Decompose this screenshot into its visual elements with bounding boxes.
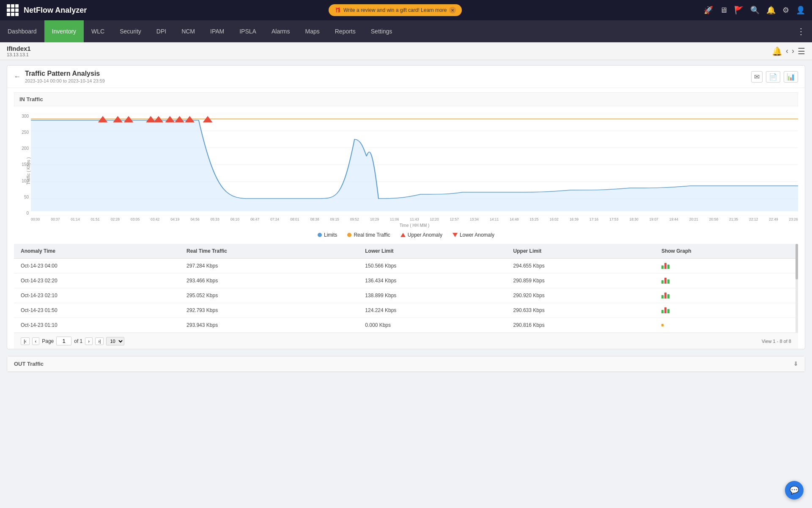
table-body: Oct-14-23 04:00 297.284 Kbps 150.566 Kbp… bbox=[14, 259, 798, 333]
nav-wlc[interactable]: WLC bbox=[84, 20, 112, 42]
email-icon[interactable]: ✉ bbox=[751, 71, 763, 83]
table-row: Oct-14-23 01:10 293.943 Kbps 0.000 Kbps … bbox=[14, 318, 798, 333]
bar-chart-icon-5[interactable] bbox=[661, 324, 791, 326]
settings-icon[interactable]: ⚙ bbox=[782, 6, 789, 15]
last-page-button[interactable]: ›| bbox=[95, 337, 104, 345]
pdf-icon[interactable]: 📄 bbox=[766, 71, 780, 83]
table-scroll-container: Anomaly Time Real Time Traffic Lower Lim… bbox=[14, 244, 798, 333]
prev-page-button[interactable]: ‹ bbox=[32, 337, 40, 345]
section-header-left: ← Traffic Pattern Analysis 2023-10-14 00… bbox=[14, 70, 105, 83]
row3-graph[interactable] bbox=[655, 288, 798, 303]
row4-time: Oct-14-23 01:50 bbox=[14, 303, 180, 318]
bell-icon[interactable]: 🔔 bbox=[766, 6, 776, 15]
row3-upper: 290.920 Kbps bbox=[507, 288, 655, 303]
row4-real: 292.793 Kbps bbox=[180, 303, 358, 318]
top-bar-center: 🎁 Write a review and win a gift card! Le… bbox=[329, 4, 462, 16]
bar-chart-icon-4[interactable] bbox=[661, 307, 791, 313]
col-anomaly-time: Anomaly Time bbox=[14, 244, 180, 259]
x-axis-label: Time ( HH MM ) bbox=[31, 223, 798, 228]
y-0: 0 bbox=[26, 211, 29, 215]
table-header-row: Anomaly Time Real Time Traffic Lower Lim… bbox=[14, 244, 798, 259]
chart-svg bbox=[31, 114, 798, 215]
top-bar: NetFlow Analyzer 🎁 Write a review and wi… bbox=[0, 0, 812, 20]
chart-area: 300 250 200 150 100 50 0 Traffic ( Kbps … bbox=[14, 110, 798, 228]
row4-graph[interactable] bbox=[655, 303, 798, 318]
bar-chart-icon-2[interactable] bbox=[661, 278, 791, 284]
row5-lower: 0.000 Kbps bbox=[358, 318, 506, 333]
nav-security[interactable]: Security bbox=[112, 20, 149, 42]
main-content: ← Traffic Pattern Analysis 2023-10-14 00… bbox=[0, 60, 812, 508]
gift-icon: 🎁 bbox=[335, 7, 341, 13]
nav-settings[interactable]: Settings bbox=[363, 20, 400, 42]
out-traffic-section: OUT Traffic ⇓ bbox=[7, 356, 805, 372]
pagination-controls: |‹ ‹ Page of 1 › ›| 10 25 50 bbox=[21, 337, 124, 345]
section-date: 2023-10-14 00:00 to 2023-10-14 23:59 bbox=[25, 78, 105, 83]
row1-time: Oct-14-23 04:00 bbox=[14, 259, 180, 273]
nav-inventory[interactable]: Inventory bbox=[44, 20, 84, 42]
nav-ipsla[interactable]: IPSLA bbox=[232, 20, 264, 42]
prev-icon[interactable]: ‹ bbox=[786, 47, 788, 55]
nav-ipam[interactable]: IPAM bbox=[203, 20, 232, 42]
row2-lower: 136.434 Kbps bbox=[358, 273, 506, 288]
row5-graph[interactable] bbox=[655, 318, 798, 333]
row2-graph[interactable] bbox=[655, 273, 798, 288]
col-show-graph: Show Graph bbox=[655, 244, 798, 259]
legend-realtime: Real time Traffic bbox=[347, 232, 390, 238]
next-icon[interactable]: › bbox=[792, 47, 794, 55]
first-page-button[interactable]: |‹ bbox=[21, 337, 30, 345]
nav-dpi[interactable]: DPI bbox=[149, 20, 174, 42]
y-250: 250 bbox=[22, 130, 29, 135]
flag-icon[interactable]: 🚩 bbox=[734, 6, 743, 15]
nav-ncm[interactable]: NCM bbox=[174, 20, 203, 42]
back-button[interactable]: ← bbox=[14, 73, 21, 80]
nav-more-button[interactable]: ⋮ bbox=[790, 26, 812, 36]
nav-alarms[interactable]: Alarms bbox=[264, 20, 298, 42]
page-label: Page bbox=[42, 338, 54, 344]
table-row: Oct-14-23 02:20 293.466 Kbps 136.434 Kbp… bbox=[14, 273, 798, 288]
bar-chart-icon-3[interactable] bbox=[661, 293, 791, 298]
out-header-icon[interactable]: ⇓ bbox=[793, 361, 798, 367]
review-banner-text: Write a review and win a gift card! Lear… bbox=[343, 7, 447, 13]
row3-real: 295.052 Kbps bbox=[180, 288, 358, 303]
page-input[interactable] bbox=[56, 337, 71, 345]
scroll-thumb[interactable] bbox=[796, 244, 798, 279]
review-banner[interactable]: 🎁 Write a review and win a gift card! Le… bbox=[329, 4, 462, 16]
section-title: Traffic Pattern Analysis bbox=[25, 70, 105, 77]
next-page-button[interactable]: › bbox=[85, 337, 93, 345]
table-header: Anomaly Time Real Time Traffic Lower Lim… bbox=[14, 244, 798, 259]
out-traffic-header: OUT Traffic ⇓ bbox=[7, 356, 805, 372]
user-icon[interactable]: 👤 bbox=[796, 6, 805, 15]
row2-upper: 290.859 Kbps bbox=[507, 273, 655, 288]
nav-reports[interactable]: Reports bbox=[327, 20, 363, 42]
menu-icon[interactable]: ☰ bbox=[798, 46, 805, 56]
view-count: View 1 - 8 of 8 bbox=[762, 339, 791, 344]
search-icon[interactable]: 🔍 bbox=[750, 6, 760, 15]
row1-graph[interactable] bbox=[655, 259, 798, 273]
row5-upper: 290.816 Kbps bbox=[507, 318, 655, 333]
bar-chart-icon-1[interactable] bbox=[661, 263, 791, 269]
rocket-icon[interactable]: 🚀 bbox=[704, 6, 713, 15]
nav-maps[interactable]: Maps bbox=[298, 20, 327, 42]
row2-real: 293.466 Kbps bbox=[180, 273, 358, 288]
top-bar-right: 🚀 🖥 🚩 🔍 🔔 ⚙ 👤 bbox=[704, 6, 805, 15]
per-page-select[interactable]: 10 25 50 bbox=[106, 337, 124, 345]
anomaly-table: Anomaly Time Real Time Traffic Lower Lim… bbox=[14, 244, 798, 333]
row2-time: Oct-14-23 02:20 bbox=[14, 273, 180, 288]
y-axis-label: Traffic ( Kbps ) bbox=[26, 157, 31, 185]
review-banner-close[interactable]: ✕ bbox=[449, 7, 456, 14]
breadcrumb-bar: IfIndex1 13.13.13.1 🔔 ‹ › ☰ bbox=[0, 42, 812, 60]
row1-real: 297.284 Kbps bbox=[180, 259, 358, 273]
y-300: 300 bbox=[22, 114, 29, 119]
app-grid-icon[interactable] bbox=[7, 4, 19, 16]
legend-upper-anomaly: Upper Anomaly bbox=[401, 232, 442, 238]
chat-button[interactable]: 💬 bbox=[785, 481, 804, 500]
app-title: NetFlow Analyzer bbox=[24, 6, 87, 15]
page-of: of 1 bbox=[74, 338, 82, 344]
csv-icon[interactable]: 📊 bbox=[784, 71, 798, 83]
section-actions: ✉ 📄 📊 bbox=[751, 71, 798, 83]
nav-dashboard[interactable]: Dashboard bbox=[0, 20, 44, 42]
monitor-icon[interactable]: 🖥 bbox=[720, 6, 727, 15]
row3-time: Oct-14-23 02:10 bbox=[14, 288, 180, 303]
alerts-icon[interactable]: 🔔 bbox=[772, 46, 782, 56]
top-bar-left: NetFlow Analyzer bbox=[7, 4, 87, 16]
